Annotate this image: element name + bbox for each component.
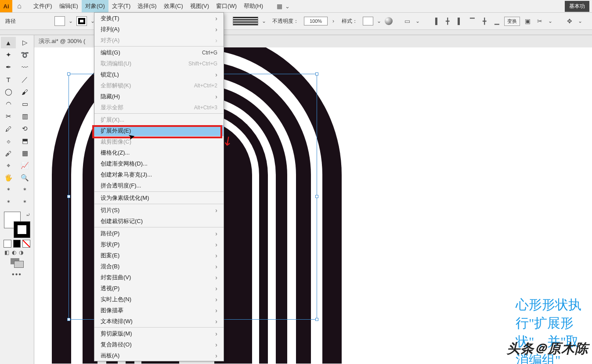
crop-dropdown[interactable]: ⌄ [547,18,553,24]
fill-swatch[interactable] [54,16,65,26]
direct-selection-tool[interactable]: ▷ [18,37,32,48]
free-transform-tool[interactable]: ⟲ [18,123,32,134]
menu-item-实时上色n[interactable]: 实时上色(N) [94,294,224,305]
swap-fill-stroke-icon[interactable]: ⤾ [26,212,30,218]
blend-tool[interactable]: 📈 [18,160,32,171]
style-dropdown[interactable]: ⌄ [376,18,382,24]
menu-item-创建裁切标记c[interactable]: 创建裁切标记(C) [94,216,224,227]
perspective-grid-tool[interactable]: ⬒ [18,135,32,147]
menu-item-编组g[interactable]: 编组(G)Ctrl+G [94,47,224,58]
menu-item-变换t[interactable]: 变换(T) [94,13,224,24]
draw-normal-icon[interactable]: ◧ [4,249,9,256]
width-tool[interactable]: 🖊 [1,123,16,134]
color-mode-solid[interactable] [4,240,11,248]
menu-object[interactable]: 对象(O) [82,0,108,12]
menu-edit[interactable]: 编辑(E) [56,0,82,12]
screen-mode-icon[interactable] [11,258,24,268]
stroke-profile-dropdown[interactable]: ⌄ [261,18,267,24]
menu-item-封套扭曲v[interactable]: 封套扭曲(V) [94,272,224,283]
menu-item-设为像素级优化m[interactable]: 设为像素级优化(M) [94,192,224,203]
edit-toolbar-icon[interactable]: ••• [1,270,33,278]
menu-item-切片s[interactable]: 切片(S) [94,205,224,216]
transform-button[interactable]: 变换 [504,17,520,26]
eraser-tool[interactable]: ▭ [18,98,32,110]
menu-item-文本绕排w[interactable]: 文本绕排(W) [94,316,224,327]
isolate-icon[interactable]: ▣ [523,16,532,26]
home-icon[interactable]: ⌂ [13,0,25,12]
menu-item-透视p[interactable]: 透视(P) [94,283,224,294]
menu-item-图案e[interactable]: 图案(E) [94,250,224,261]
menu-item-画板a[interactable]: 画板(A) [94,350,224,361]
gradient-tool[interactable]: ▦ [18,148,32,159]
shaper-tool[interactable]: ◠ [1,98,16,110]
menu-item-排列a[interactable]: 排列(A) [94,24,224,35]
hand-tool[interactable]: ＊ [1,197,16,208]
align-hcenter-icon[interactable]: ╋ [443,16,452,26]
draw-behind-icon[interactable]: ◐ [12,249,16,256]
panel-pull-bar[interactable] [0,30,592,35]
doc-setup-dropdown[interactable]: ⌄ [415,18,421,24]
align-bottom-icon[interactable]: ▁ [492,16,502,26]
selection-tool[interactable]: ▲ [1,37,16,48]
shape-builder-tool[interactable]: ⟐ [1,135,16,147]
doc-setup-icon[interactable]: ▭ [402,16,412,26]
menu-item-锁定l[interactable]: 锁定(L) [94,69,224,80]
menu-item-隐藏h[interactable]: 隐藏(H) [94,91,224,102]
style-swatch[interactable] [363,17,373,25]
ellipse-tool[interactable]: ◯ [1,86,16,97]
arrange-docs-dropdown[interactable]: ⌄ [284,3,290,10]
opacity-dropdown[interactable]: › [330,18,336,24]
line-tool[interactable]: ／ [18,74,32,85]
column-graph-tool[interactable]: 🔍 [18,172,32,184]
color-mode-none[interactable] [22,240,30,248]
align-right-icon[interactable]: ▌ [455,16,465,26]
menu-view[interactable]: 视图(V) [187,0,213,12]
paintbrush-tool[interactable]: 🖌 [18,86,32,97]
menu-item-路径p[interactable]: 路径(P) [94,228,224,239]
transform-each-icon[interactable]: ✥ [565,16,574,26]
stroke-swatch[interactable] [76,16,87,26]
menu-item-创建对象马赛克j[interactable]: 创建对象马赛克(J)... [94,169,224,180]
scale-tool[interactable]: ▥ [18,111,32,122]
mesh-tool[interactable]: 🖋 [1,148,16,159]
align-top-icon[interactable]: ▔ [467,16,477,26]
recolor-icon[interactable] [385,17,393,25]
arrange-docs-icon[interactable]: ▦ [274,1,284,11]
menu-item-形状p[interactable]: 形状(P) [94,239,224,250]
menu-item-扩展外观e[interactable]: 扩展外观(E) [94,125,224,136]
align-vcenter-icon[interactable]: ╋ [480,16,489,26]
menu-item-混合b[interactable]: 混合(B) [94,261,224,272]
menu-file[interactable]: 文件(F) [30,0,56,12]
pen-tool[interactable]: ✒ [1,61,16,73]
color-mode-gradient[interactable] [13,240,21,248]
fill-dropdown[interactable]: ⌄ [68,18,74,24]
stroke-color[interactable] [14,221,30,238]
magic-wand-tool[interactable]: ✦ [1,49,16,61]
menu-effect[interactable]: 效果(C) [160,0,187,12]
menu-item-创建渐变网格d[interactable]: 创建渐变网格(D)... [94,158,224,169]
transform-each-dropdown[interactable]: ⌄ [577,18,583,24]
slice-tool[interactable]: ＊ [18,184,32,196]
menu-item-拼合透明度f[interactable]: 拼合透明度(F)... [94,180,224,191]
opacity-input[interactable]: 100% [304,17,328,25]
symbol-sprayer-tool[interactable]: 🖐 [1,172,16,184]
draw-inside-icon[interactable]: ◑ [19,249,23,256]
menu-item-栅格化z[interactable]: 栅格化(Z)... [94,147,224,158]
lasso-tool[interactable]: ➰ [18,49,32,61]
curvature-tool[interactable]: 〰 [18,61,32,73]
stroke-profile[interactable] [233,17,258,25]
menu-select[interactable]: 选择(S) [134,0,160,12]
workspace-switcher[interactable]: 基本功 [565,1,589,12]
artboard-tool[interactable]: ＊ [1,184,16,196]
menu-item-剪切蒙版m[interactable]: 剪切蒙版(M) [94,328,224,339]
eyedropper-tool[interactable]: ⌖ [1,160,16,171]
rotate-tool[interactable]: ✂ [1,111,16,122]
menu-type[interactable]: 文字(T) [108,0,134,12]
menu-help[interactable]: 帮助(H) [240,0,267,12]
type-tool[interactable]: T [1,74,16,85]
menu-item-图像描摹[interactable]: 图像描摹 [94,305,224,316]
zoom-tool[interactable]: ＊ [18,197,32,208]
align-left-icon[interactable]: ▐ [430,16,440,26]
crop-icon[interactable]: ✂ [535,16,545,26]
fill-stroke-control[interactable]: ⤾ [4,212,30,238]
